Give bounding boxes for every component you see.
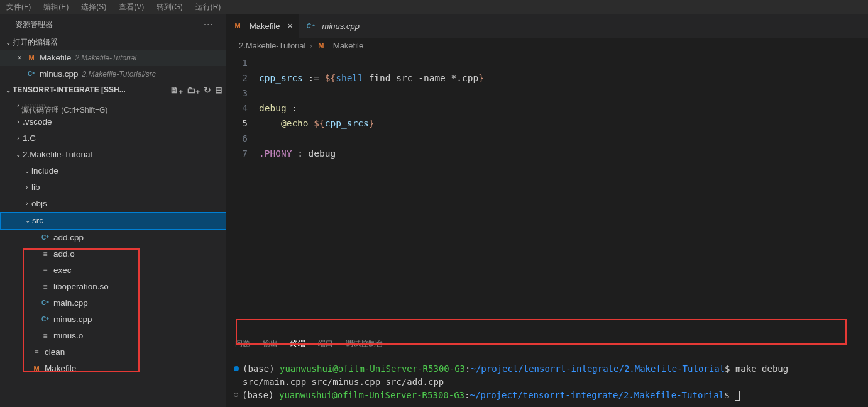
tab-label: minus.cpp [322,21,360,31]
tree-item[interactable]: C⁺add.cpp [0,230,226,246]
line-number: 3 [226,86,259,101]
file-icon: C⁺ [305,21,316,31]
new-folder-icon[interactable]: 🗀₊ [187,85,200,95]
tree-label: 2.Makefile-Tutorial [23,148,92,162]
open-editor-item[interactable]: C⁺minus.cpp2.Makefile-Tutorial/src [0,66,226,82]
tree-item[interactable]: ⌄src [0,212,226,230]
tree-label: src [32,214,43,228]
terminal-panel: 问题输出终端端口调试控制台 (base) yuanwushui@ofilm-Un… [226,333,868,407]
tree-item[interactable]: ⌄include [0,163,226,179]
project-section[interactable]: ⌄ TENSORRT-INTEGRATE [SSH... 🗎₊ 🗀₊ ↻ ⊟ [0,82,226,98]
tree-label: main.cpp [53,296,88,310]
chevron-icon: › [23,181,31,194]
tab-label: Makefile [250,21,280,31]
breadcrumb-file[interactable]: Makefile [333,41,363,50]
file-icon: ≡ [40,249,50,259]
code-content[interactable]: debug : [259,101,297,116]
line-number: 2 [226,70,259,86]
tree-label: lib [31,181,40,194]
file-icon: C⁺ [26,69,36,79]
new-file-icon[interactable]: 🗎₊ [170,85,183,95]
term-base: (base) [242,390,279,400]
code-content[interactable]: .PHONY : debug [259,146,336,161]
chevron-right-icon: › [309,41,312,50]
panel-tab[interactable]: 终端 [290,338,305,352]
tree-label: minus.cpp [53,313,92,326]
tree-label: 1.C [23,131,36,145]
menu-file[interactable]: 文件(F) [6,2,31,13]
menubar: 文件(F) 编辑(E) 选择(S) 查看(V) 转到(G) 运行(R) [0,0,868,14]
file-icon: M [233,21,243,31]
panel-tab[interactable]: 调试控制台 [346,338,383,352]
tree-item[interactable]: ›lib [0,179,226,196]
close-icon[interactable]: × [15,51,24,65]
file-icon: ≡ [31,347,41,357]
breadcrumb[interactable]: 2.Makefile-Tutorial › M Makefile [226,38,868,53]
chevron-icon: ⌄ [23,164,31,178]
code-content[interactable]: @echo ${cpp_srcs} [259,116,374,131]
tree-item[interactable]: ›objs [0,196,226,212]
tree-item[interactable]: ⌄2.Makefile-Tutorial [0,147,226,163]
tree-item[interactable]: ≡exec [0,262,226,279]
file-icon: C⁺ [40,298,50,308]
term-base: (base) [243,364,280,374]
tree-item[interactable]: ›1.C [0,130,226,147]
chevron-icon: › [23,197,31,211]
editor-label: Makefile [40,51,71,65]
term-command: make debug [735,364,788,374]
file-icon: M [26,53,36,63]
editor-tabs: MMakefile×C⁺minus.cpp [226,14,868,38]
panel-tab[interactable]: 问题 [235,338,250,352]
tree-item[interactable]: ≡minus.o [0,328,226,344]
tree-item[interactable]: MMakefile [0,360,226,377]
breadcrumb-folder[interactable]: 2.Makefile-Tutorial [239,41,305,50]
code-content[interactable]: cpp_srcs := ${shell find src -name *.cpp… [259,70,484,86]
term-end: $ [724,390,735,400]
tree-item[interactable]: ≡clean [0,344,226,360]
panel-tab[interactable]: 端口 [318,338,333,352]
close-icon[interactable]: × [287,21,292,31]
chevron-icon: ⌄ [14,148,23,162]
tree-label: minus.o [53,329,83,343]
chevron-icon: › [14,115,23,129]
makefile-icon: M [316,40,326,50]
chevron-down-icon: ⌄ [4,87,13,94]
open-editor-item[interactable]: ×MMakefile2.Makefile-Tutorial [0,50,226,66]
terminal-body[interactable]: (base) yuanwushui@ofilm-UniServer-R5300-… [226,357,868,407]
editor-tab[interactable]: C⁺minus.cpp [299,14,366,38]
collapse-icon[interactable]: ⊟ [215,85,222,95]
menu-edit[interactable]: 编辑(E) [43,2,69,13]
file-icon: ≡ [40,331,50,341]
line-number: 7 [226,146,259,161]
tree-item[interactable]: ≡add.o [0,246,226,262]
menu-go[interactable]: 转到(G) [157,2,182,13]
tree-label: .vscode [23,115,52,129]
tree-item[interactable]: ≡liboperation.so [0,279,226,295]
cursor-icon [735,391,740,401]
menu-select[interactable]: 选择(S) [81,2,106,13]
tree-label: add.cpp [53,231,84,245]
tree-label: clean [45,345,65,359]
menu-run[interactable]: 运行(R) [195,2,221,13]
tree-item[interactable]: C⁺minus.cpp [0,311,226,328]
chevron-icon: ⌄ [23,214,32,228]
refresh-icon[interactable]: ↻ [204,85,211,95]
file-tree: ›.series›.vscode›1.C⌄2.Makefile-Tutorial… [0,98,226,407]
editor-sublabel: 2.Makefile-Tutorial/src [82,67,156,81]
editor-tab[interactable]: MMakefile× [226,14,299,38]
panel-tab[interactable]: 输出 [263,338,278,352]
more-icon[interactable]: ··· [204,19,214,30]
code-editor[interactable]: 12cpp_srcs := ${shell find src -name *.c… [226,53,868,333]
tree-label: objs [31,197,47,211]
line-number: 6 [226,131,259,146]
menu-view[interactable]: 查看(V) [119,2,144,13]
tree-item[interactable]: C⁺main.cpp [0,295,226,311]
line-number: 5 [226,116,259,131]
file-icon: ≡ [40,282,50,292]
tree-label: liboperation.so [53,280,109,294]
file-icon: C⁺ [40,315,50,325]
open-editors-section[interactable]: ⌄ 打开的编辑器 [0,35,226,50]
chevron-down-icon: ⌄ [4,39,13,46]
file-icon: C⁺ [40,233,50,243]
chevron-icon: › [14,131,23,145]
